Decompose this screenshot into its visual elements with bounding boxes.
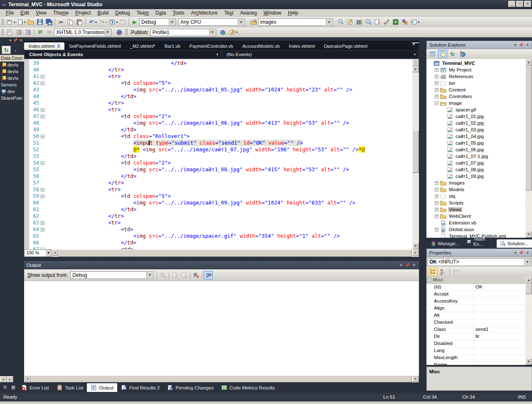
property-value[interactable] — [474, 291, 525, 298]
increase-indent-icon[interactable] — [24, 28, 33, 37]
tree-item-views[interactable]: +Views — [426, 206, 525, 213]
new-query-icon[interactable] — [373, 18, 382, 26]
property-value[interactable]: OK — [474, 284, 525, 291]
tool-tab-output[interactable]: Output — [87, 383, 117, 392]
scroll-down-icon[interactable]: ▼ — [412, 243, 419, 249]
code-editor[interactable]: 39 </td>40 </tr>41 <tr>42 <td colspan="5… — [24, 59, 419, 249]
new-project-icon[interactable] — [5, 18, 15, 26]
fold-margin[interactable] — [40, 193, 46, 200]
tree-item--1-07-1-jpg[interactable]: сайт1_07-1.jpg — [426, 153, 525, 160]
expand-icon[interactable]: + — [435, 195, 438, 198]
fold-margin[interactable] — [40, 219, 46, 226]
pin-icon[interactable]: 📌 — [519, 43, 523, 47]
undo-dropdown[interactable]: ▾ — [95, 20, 97, 24]
format-document-icon[interactable] — [5, 28, 15, 37]
search-folder-icon[interactable] — [249, 18, 258, 26]
server-explorer-item[interactable]: dev\s — [0, 68, 24, 75]
scroll-up-icon[interactable]: ▲ — [525, 59, 532, 66]
scroll-left-icon[interactable]: ◂ — [0, 376, 7, 382]
save-icon[interactable] — [35, 18, 44, 26]
tree-item--1-03-jpg[interactable]: сайт1_03.jpg — [426, 126, 525, 133]
close-icon[interactable]: ✕ — [526, 43, 529, 47]
expand-icon[interactable]: + — [435, 228, 438, 232]
tree-item-images[interactable]: +Images — [426, 180, 525, 186]
tree-item--1-01-jpg[interactable]: сайт1_01.jpg — [426, 113, 525, 120]
panel-menu-icon[interactable]: ▾ — [515, 43, 517, 47]
check-page-icon[interactable] — [115, 28, 124, 37]
fold-margin[interactable] — [40, 246, 46, 249]
menu-theme[interactable]: Theme — [50, 10, 72, 16]
close-icon[interactable]: ✕ — [526, 251, 529, 255]
minimize-button[interactable]: _ — [508, 1, 515, 7]
scroll-left-icon[interactable]: ◂ — [24, 375, 31, 382]
scroll-right-icon[interactable]: ▸ — [7, 376, 13, 382]
find-symbol-icon[interactable] — [364, 18, 373, 26]
output-source-combo[interactable]: Debug▼ — [70, 271, 153, 279]
property-value[interactable] — [474, 362, 525, 365]
members-combo[interactable]: (No Events)▼ — [222, 50, 419, 59]
tree-item-obj[interactable]: +obj — [426, 193, 525, 200]
tree-item-scripts[interactable]: +Scripts — [426, 200, 525, 206]
property-value[interactable] — [474, 298, 525, 305]
server-explorer-item[interactable]: dev\s — [0, 62, 24, 68]
document-tab[interactable]: Index.vbhtmlX — [24, 42, 64, 50]
command-window-icon[interactable] — [409, 18, 419, 26]
server-explorer-item[interactable]: dev — [0, 88, 24, 95]
close-button[interactable]: ✕ — [524, 1, 531, 7]
hscrollbar-thumb[interactable] — [58, 249, 411, 257]
panel-menu-icon[interactable]: ▾ — [400, 263, 402, 267]
editor-vertical-scrollbar[interactable]: ⹀ ▲ ▼ — [412, 59, 419, 249]
menu-file[interactable]: File — [2, 10, 17, 16]
panel-tab[interactable]: Solution... — [497, 239, 532, 248]
add-item-icon[interactable] — [16, 18, 25, 26]
extension-manager-icon[interactable] — [400, 18, 409, 26]
solution-configuration-combo[interactable]: Debug▼ — [139, 18, 176, 26]
copy-icon[interactable] — [66, 18, 75, 26]
start-debugging-icon[interactable]: ▶ — [130, 18, 139, 26]
uncomment-lines-icon[interactable] — [45, 28, 54, 37]
server-explorer-item[interactable]: dev\s — [0, 75, 24, 81]
editor-zoom-combo[interactable]: 100 %▼ — [24, 249, 52, 257]
tree-item--1-09-jpg[interactable]: сайт1_09.jpg — [426, 173, 525, 180]
doctype-combo[interactable]: XHTML 1.0 Transitional▼ — [54, 29, 111, 36]
scroll-up-icon[interactable]: ▲ — [412, 66, 419, 72]
tree-item-webclient[interactable]: +WebClient — [426, 213, 525, 219]
show-all-files-icon[interactable] — [438, 50, 447, 58]
output-content[interactable] — [24, 281, 419, 375]
scroll-right-icon[interactable]: ▸ — [412, 375, 419, 382]
refresh-icon[interactable]: ↻ — [448, 50, 457, 58]
tree-item-controllers[interactable]: +Controllers — [426, 93, 525, 100]
toolbar-grip[interactable] — [2, 19, 4, 25]
tree-item--1-04-jpg[interactable]: сайт1_04.jpg — [426, 133, 525, 140]
save-all-icon[interactable] — [44, 18, 54, 26]
tree-item--1-06-jpg[interactable]: сайт1_06.jpg — [426, 146, 525, 153]
menu-view[interactable]: View — [32, 10, 50, 16]
pin-icon[interactable]: 📌 — [13, 38, 17, 44]
document-tab[interactable]: Bar1.vb — [160, 42, 185, 50]
window-layout-icon[interactable]: ≣ — [2, 384, 8, 391]
menu-debug[interactable]: Debug — [112, 10, 133, 16]
publish-web-icon[interactable] — [219, 28, 228, 37]
scroll-right-icon[interactable]: ▸ — [412, 249, 419, 256]
properties-vertical-scrollbar[interactable]: ▲ ▼ — [525, 277, 532, 365]
property-value[interactable] — [474, 305, 525, 312]
tree-item--1-02-jpg[interactable]: сайт1_02.jpg — [426, 120, 525, 126]
navigate-to-icon[interactable] — [391, 18, 400, 26]
hscrollbar-thumb[interactable] — [31, 375, 411, 382]
edit-profile-icon[interactable] — [228, 28, 237, 37]
menu-project[interactable]: Project — [72, 10, 94, 16]
panel-menu-icon[interactable]: ▾ — [515, 251, 517, 255]
categorized-icon[interactable] — [428, 268, 437, 276]
next-message-icon[interactable] — [180, 271, 189, 279]
dock-preview-icon[interactable]: ▦ — [10, 384, 17, 391]
tool-tab-task-list[interactable]: Task List — [53, 383, 87, 392]
menu-data[interactable]: Data — [152, 10, 169, 16]
menu-architecture[interactable]: Architecture — [187, 10, 221, 16]
fold-margin[interactable] — [40, 133, 46, 140]
collapse-icon[interactable]: − — [435, 101, 438, 105]
scroll-up-icon[interactable]: ▲ — [525, 277, 532, 283]
toolbar-overflow-dropdown[interactable]: ▾ — [418, 20, 419, 24]
comment-lines-icon[interactable] — [36, 28, 45, 37]
tree-item-global-asax[interactable]: +Global.asax — [426, 226, 525, 233]
close-icon[interactable]: ✕ — [19, 38, 22, 44]
